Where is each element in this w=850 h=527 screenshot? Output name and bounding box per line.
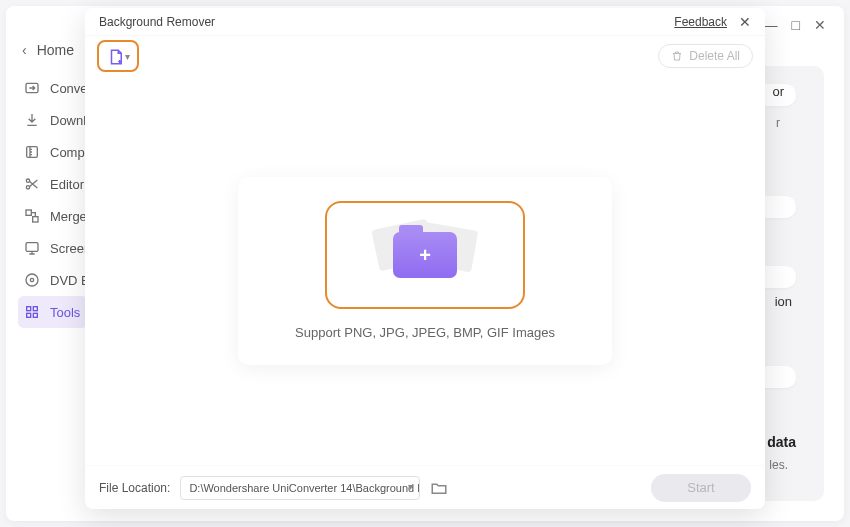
- converter-icon: [24, 80, 40, 96]
- home-label[interactable]: Home: [37, 42, 74, 58]
- start-button[interactable]: Start: [651, 474, 751, 502]
- screen-icon: [24, 240, 40, 256]
- bg-text: data: [767, 434, 796, 450]
- modal-header: Background Remover Feedback ✕: [85, 8, 765, 36]
- modal-title: Background Remover: [99, 15, 215, 29]
- maximize-button[interactable]: □: [792, 18, 800, 32]
- svg-rect-11: [27, 313, 31, 317]
- delete-all-button[interactable]: Delete All: [658, 44, 753, 68]
- sidebar-item-label: Tools: [50, 305, 80, 320]
- svg-rect-12: [33, 313, 37, 317]
- supported-formats-label: Support PNG, JPG, JPEG, BMP, GIF Images: [295, 325, 555, 340]
- bg-text: les.: [769, 458, 788, 472]
- sidebar-item-dvd[interactable]: DVD B: [18, 264, 88, 296]
- close-icon[interactable]: ✕: [739, 14, 751, 30]
- merge-icon: [24, 208, 40, 224]
- sidebar-item-label: DVD B: [50, 273, 90, 288]
- window-controls: — □ ✕: [764, 18, 826, 32]
- add-images-dropzone[interactable]: +: [325, 201, 525, 309]
- file-location-select[interactable]: D:\Wondershare UniConverter 14\Backgroun…: [180, 476, 420, 500]
- svg-rect-4: [26, 210, 31, 215]
- minimize-button[interactable]: —: [764, 18, 778, 32]
- bg-text: ion: [775, 294, 792, 309]
- sidebar-item-compressor[interactable]: Compr: [18, 136, 88, 168]
- background-remover-modal: Background Remover Feedback ✕ ▾ Delete A…: [85, 8, 765, 509]
- start-label: Start: [687, 480, 714, 495]
- add-files-button[interactable]: ▾: [97, 40, 139, 72]
- sidebar-item-merger[interactable]: Merger: [18, 200, 88, 232]
- sidebar-item-label: Compr: [50, 145, 89, 160]
- sidebar-item-screen[interactable]: Screen: [18, 232, 88, 264]
- add-file-icon: [107, 48, 123, 64]
- sidebar-item-downloader[interactable]: Downlo: [18, 104, 88, 136]
- svg-rect-6: [26, 243, 38, 252]
- drop-card: + Support PNG, JPG, JPEG, BMP, GIF Image…: [238, 177, 612, 365]
- grid-icon: [24, 304, 40, 320]
- drop-area: + Support PNG, JPG, JPEG, BMP, GIF Image…: [85, 76, 765, 465]
- back-button[interactable]: ‹: [22, 42, 27, 58]
- chevron-down-icon: ▾: [408, 481, 413, 492]
- bg-text: or: [772, 84, 784, 99]
- file-location-label: File Location:: [99, 481, 170, 495]
- trash-icon: [671, 50, 683, 62]
- sidebar-item-converter[interactable]: Conver: [18, 72, 88, 104]
- modal-toolbar: ▾ Delete All: [85, 36, 765, 76]
- svg-rect-9: [27, 307, 31, 311]
- disc-icon: [24, 272, 40, 288]
- folder-plus-icon: +: [393, 232, 457, 278]
- bg-text: r: [776, 116, 780, 130]
- download-icon: [24, 112, 40, 128]
- breadcrumb: ‹ Home: [18, 36, 88, 72]
- file-location-value: D:\Wondershare UniConverter 14\Backgroun…: [189, 482, 420, 494]
- scissors-icon: [24, 176, 40, 192]
- chevron-down-icon: ▾: [125, 51, 130, 62]
- modal-footer: File Location: D:\Wondershare UniConvert…: [85, 465, 765, 509]
- sidebar-item-tools[interactable]: Tools: [18, 296, 88, 328]
- svg-point-8: [30, 278, 33, 281]
- close-window-button[interactable]: ✕: [814, 18, 826, 32]
- open-folder-button[interactable]: [430, 479, 448, 497]
- sidebar: ‹ Home Conver Downlo Compr Editor: [18, 36, 88, 328]
- compress-icon: [24, 144, 40, 160]
- svg-rect-5: [33, 217, 38, 222]
- svg-rect-10: [33, 307, 37, 311]
- feedback-link[interactable]: Feedback: [674, 15, 727, 29]
- sidebar-item-editor[interactable]: Editor: [18, 168, 88, 200]
- delete-all-label: Delete All: [689, 49, 740, 63]
- sidebar-item-label: Editor: [50, 177, 84, 192]
- svg-point-7: [26, 274, 38, 286]
